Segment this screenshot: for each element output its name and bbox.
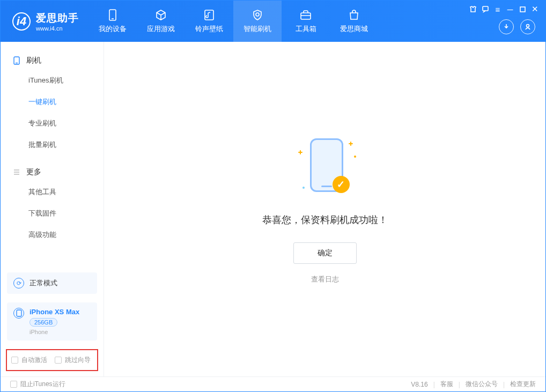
device-name: iPhone XS Max [29, 308, 79, 316]
checkbox-label: 自动激活 [21, 356, 47, 365]
nav-apps-games[interactable]: 应用游戏 [137, 1, 185, 42]
dot-icon [302, 187, 305, 189]
maximize-icon[interactable] [517, 4, 528, 14]
device-capacity: 256GB [29, 318, 57, 327]
sparkle-icon [298, 150, 302, 154]
music-icon [203, 9, 216, 21]
checkbox-icon [11, 357, 18, 364]
app-name-en: www.i4.cn [36, 25, 79, 32]
nav-my-device[interactable]: 我的设备 [88, 1, 137, 42]
logo: i4 爱思助手 www.i4.cn [1, 1, 88, 42]
mode-card[interactable]: ⟳ 正常模式 [7, 272, 97, 294]
toolbox-icon [299, 9, 312, 21]
device-icon [13, 308, 24, 319]
sidebar-group-flash: 刷机 [1, 51, 104, 70]
group-title: 更多 [26, 167, 41, 177]
nav-label: 智能刷机 [244, 24, 271, 34]
svg-rect-6 [520, 7, 525, 12]
footer-right: V8.16 | 客服 | 微信公众号 | 检查更新 [411, 380, 536, 389]
checkbox-icon [10, 381, 17, 388]
checkbox-skip-guide[interactable]: 跳过向导 [55, 356, 91, 365]
sidebar-item-batch-flash[interactable]: 批量刷机 [1, 134, 104, 156]
menu-icon[interactable]: ≡ [492, 4, 503, 14]
svg-rect-2 [205, 10, 213, 20]
sidebar-item-other-tools[interactable]: 其他工具 [1, 181, 104, 203]
group-title: 刷机 [26, 56, 41, 65]
checkbox-block-itunes[interactable]: 阻止iTunes运行 [10, 380, 65, 389]
device-card[interactable]: iPhone XS Max 256GB iPhone [7, 302, 97, 341]
footer-link-support[interactable]: 客服 [440, 380, 453, 389]
ok-button[interactable]: 确定 [293, 242, 357, 264]
svg-point-7 [527, 25, 529, 27]
sparkle-icon [349, 142, 353, 146]
top-nav: 我的设备 应用游戏 铃声壁纸 智能刷机 工具箱 爱思商城 [88, 1, 378, 42]
bag-icon [348, 9, 360, 21]
app-body: 刷机 iTunes刷机 一键刷机 专业刷机 批量刷机 更多 其他工具 下载固件 … [1, 42, 545, 376]
app-header: i4 爱思助手 www.i4.cn 我的设备 应用游戏 铃声壁纸 智能刷机 工具… [1, 1, 545, 42]
sidebar-group-more: 更多 [1, 163, 104, 181]
nav-store[interactable]: 爱思商城 [330, 1, 378, 42]
checkbox-icon [55, 357, 62, 364]
device-type: iPhone [29, 329, 79, 335]
mode-icon: ⟳ [13, 278, 24, 289]
sidebar: 刷机 iTunes刷机 一键刷机 专业刷机 批量刷机 更多 其他工具 下载固件 … [1, 42, 104, 376]
device-icon [12, 56, 21, 65]
checkbox-label: 阻止iTunes运行 [20, 380, 65, 389]
nav-label: 工具箱 [296, 24, 316, 34]
sidebar-item-download-firmware[interactable]: 下载固件 [1, 203, 104, 224]
checkbox-label: 跳过向导 [65, 356, 91, 365]
nav-toolbox[interactable]: 工具箱 [282, 1, 330, 42]
minimize-icon[interactable]: ─ [505, 4, 515, 14]
close-icon[interactable]: ✕ [529, 4, 540, 14]
footer-link-wechat[interactable]: 微信公众号 [466, 380, 498, 389]
nav-label: 爱思商城 [340, 24, 368, 34]
version-label: V8.16 [411, 381, 427, 388]
cube-icon [154, 9, 167, 21]
logo-text: 爱思助手 www.i4.cn [36, 11, 79, 32]
phone-icon [106, 9, 119, 21]
nav-label: 我的设备 [99, 24, 127, 34]
download-button[interactable] [499, 19, 514, 34]
logo-icon: i4 [12, 12, 31, 31]
sidebar-item-advanced[interactable]: 高级功能 [1, 224, 104, 246]
view-log-link[interactable]: 查看日志 [311, 275, 339, 284]
svg-rect-4 [301, 13, 311, 19]
status-bar: 阻止iTunes运行 V8.16 | 客服 | 微信公众号 | 检查更新 [1, 376, 545, 391]
nav-smart-flash[interactable]: 智能刷机 [233, 1, 282, 42]
success-illustration: ✓ [293, 134, 357, 198]
mode-label: 正常模式 [29, 278, 57, 288]
main-content: ✓ 恭喜您，保资料刷机成功啦！ 确定 查看日志 [104, 42, 545, 376]
feedback-icon[interactable] [480, 4, 491, 14]
footer-link-update[interactable]: 检查更新 [510, 380, 536, 389]
sidebar-item-pro-flash[interactable]: 专业刷机 [1, 113, 104, 134]
header-circle-buttons [499, 19, 535, 34]
nav-label: 铃声壁纸 [195, 24, 223, 34]
bottom-options-highlight: 自动激活 跳过向导 [6, 349, 98, 371]
user-button[interactable] [520, 19, 535, 34]
nav-ringtones[interactable]: 铃声壁纸 [185, 1, 233, 42]
checkbox-auto-activate[interactable]: 自动激活 [11, 356, 47, 365]
shield-icon [251, 9, 264, 21]
dot-icon [354, 156, 356, 158]
svg-rect-5 [483, 6, 488, 11]
svg-point-3 [256, 13, 259, 16]
sidebar-item-oneclick-flash[interactable]: 一键刷机 [1, 91, 104, 113]
svg-rect-10 [17, 310, 21, 316]
check-badge-icon: ✓ [333, 176, 350, 193]
shirt-icon[interactable] [468, 4, 478, 14]
app-name-cn: 爱思助手 [36, 11, 79, 25]
nav-label: 应用游戏 [147, 24, 175, 34]
list-icon [12, 168, 21, 176]
sidebar-item-itunes-flash[interactable]: iTunes刷机 [1, 70, 104, 91]
success-message: 恭喜您，保资料刷机成功啦！ [262, 213, 388, 226]
device-info: iPhone XS Max 256GB iPhone [29, 308, 79, 335]
